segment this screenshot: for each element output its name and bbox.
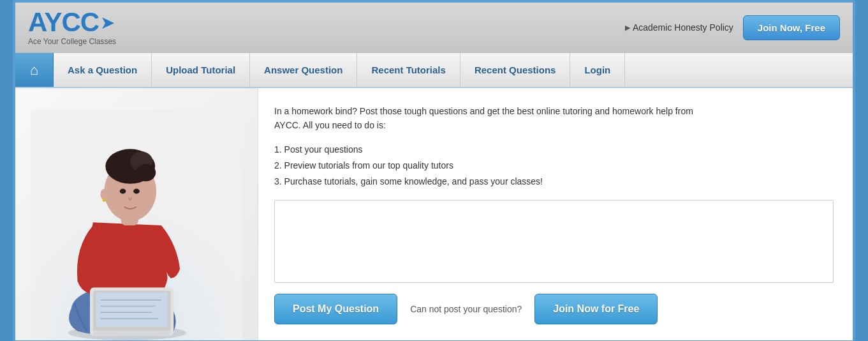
content-panel: In a homework bind? Post those tough que… — [258, 88, 853, 340]
logo-tagline: Ace Your College Classes — [28, 37, 116, 46]
step-3: 3. Purchase tutorials, gain some knowled… — [274, 174, 834, 190]
nav-item-answer-question[interactable]: Answer Question — [250, 53, 357, 87]
logo-text: AYCC — [28, 9, 99, 36]
header: AYCC ➤ Ace Your College Classes Academic… — [15, 3, 853, 53]
woman-figure — [28, 110, 245, 340]
browser-frame: AYCC ➤ Ace Your College Classes Academic… — [13, 0, 855, 341]
logo-arrow: ➤ — [100, 12, 115, 33]
join-now-header-button[interactable]: Join Now, Free — [743, 15, 840, 40]
svg-point-9 — [133, 189, 140, 194]
join-now-free-button[interactable]: Join Now for Free — [534, 294, 658, 324]
cannot-post-text: Can not post your question? — [410, 304, 522, 314]
logo-area: AYCC ➤ Ace Your College Classes — [28, 9, 116, 46]
question-textarea-wrapper — [274, 195, 834, 285]
nav-item-login[interactable]: Login — [570, 53, 625, 87]
navigation-bar: ⌂ Ask a Question Upload Tutorial Answer … — [15, 53, 853, 88]
intro-text: In a homework bind? Post those tough que… — [274, 104, 834, 133]
nav-item-recent-tutorials[interactable]: Recent Tutorials — [357, 53, 460, 87]
question-textarea[interactable] — [274, 200, 834, 283]
step-1: 1. Post your questions — [274, 142, 834, 158]
step-2: 2. Preview tutorials from our top qualit… — [274, 158, 834, 174]
image-panel — [15, 88, 258, 340]
action-bar: Post My Question Can not post your quest… — [274, 294, 834, 324]
post-question-button[interactable]: Post My Question — [274, 294, 397, 324]
main-content: In a homework bind? Post those tough que… — [15, 88, 853, 340]
academic-honesty-link[interactable]: Academic Honesty Policy — [625, 22, 733, 33]
nav-item-recent-questions[interactable]: Recent Questions — [460, 53, 571, 87]
nav-item-ask-question[interactable]: Ask a Question — [54, 53, 152, 87]
home-icon: ⌂ — [30, 62, 38, 79]
svg-rect-14 — [96, 292, 168, 327]
svg-point-7 — [136, 164, 156, 181]
steps-list: 1. Post your questions 2. Preview tutori… — [274, 142, 834, 190]
svg-rect-15 — [93, 331, 171, 337]
nav-home-button[interactable]: ⌂ — [15, 53, 54, 87]
nav-item-upload-tutorial[interactable]: Upload Tutorial — [152, 53, 250, 87]
header-right: Academic Honesty Policy Join Now, Free — [625, 15, 840, 40]
svg-point-11 — [102, 199, 106, 202]
svg-point-8 — [120, 189, 126, 194]
